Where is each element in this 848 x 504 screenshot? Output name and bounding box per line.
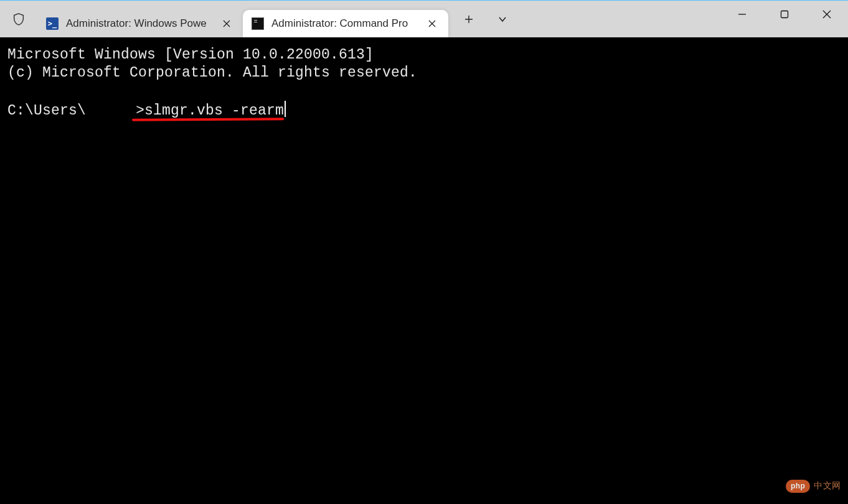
- tab-close-button[interactable]: [218, 15, 235, 32]
- window-controls: [721, 1, 848, 37]
- prompt-path-prefix: C:\Users\: [7, 103, 86, 119]
- tab-strip: >_ Administrator: Windows Powe Administr…: [37, 1, 448, 37]
- prompt-line: C:\Users\>slmgr.vbs -rearm: [7, 103, 286, 119]
- typed-command: slmgr.vbs -rearm: [144, 103, 284, 119]
- app-icon-slot: [0, 1, 37, 37]
- powershell-icon: >_: [46, 17, 59, 30]
- titlebar-drag-region[interactable]: [519, 1, 721, 37]
- tab-actions: [448, 1, 519, 37]
- title-bar[interactable]: >_ Administrator: Windows Powe Administr…: [0, 1, 848, 37]
- command-prompt-icon: [252, 17, 264, 30]
- prompt-suffix: >: [136, 103, 144, 119]
- shield-icon: [12, 12, 26, 26]
- output-line: (c) Microsoft Corporation. All rights re…: [7, 65, 417, 81]
- terminal-window: >_ Administrator: Windows Powe Administr…: [0, 0, 848, 504]
- output-line: Microsoft Windows [Version 10.0.22000.61…: [7, 47, 374, 63]
- tab-close-button[interactable]: [423, 15, 441, 32]
- text-cursor: [285, 101, 286, 117]
- tab-label: Administrator: Windows Powe: [66, 17, 214, 30]
- annotation-underline: [132, 118, 284, 121]
- tab-powershell[interactable]: >_ Administrator: Windows Powe: [37, 10, 243, 37]
- redacted-username: [86, 102, 136, 117]
- terminal-output[interactable]: Microsoft Windows [Version 10.0.22000.61…: [0, 37, 848, 504]
- maximize-button[interactable]: [763, 1, 806, 28]
- svg-rect-0: [781, 11, 788, 18]
- tab-command-prompt[interactable]: Administrator: Command Pro: [243, 10, 448, 37]
- watermark-badge: php: [786, 480, 811, 493]
- minimize-button[interactable]: [721, 1, 763, 28]
- close-window-button[interactable]: [806, 1, 848, 28]
- watermark-text: 中文网: [814, 480, 841, 492]
- watermark: php 中文网: [786, 480, 841, 493]
- new-tab-button[interactable]: [452, 6, 486, 33]
- tab-label: Administrator: Command Pro: [271, 17, 420, 30]
- tab-dropdown-button[interactable]: [486, 6, 519, 33]
